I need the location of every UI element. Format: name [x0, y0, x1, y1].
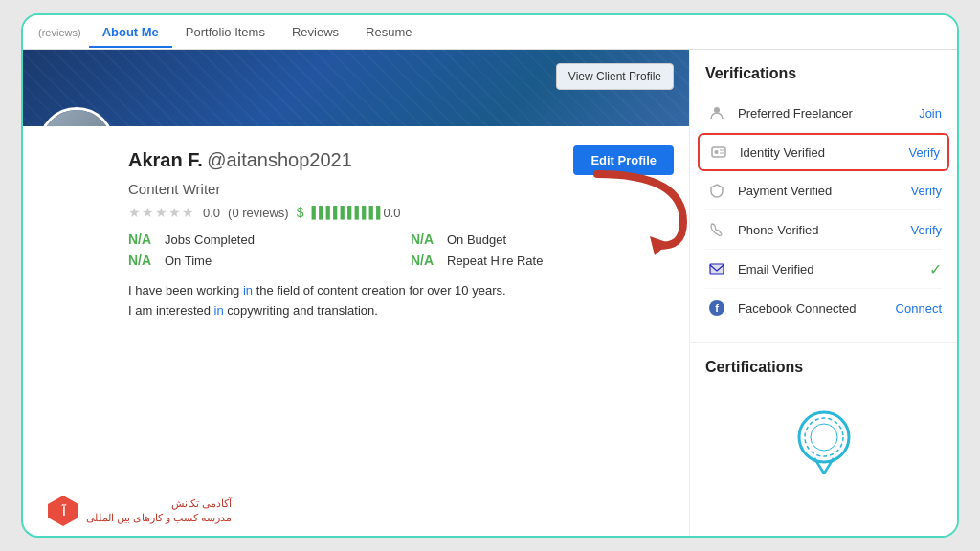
reviews-note: (reviews) [38, 27, 81, 38]
main-frame: (reviews) About Me Portfolio Items Revie… [21, 13, 959, 538]
profile-name-handle: Akran F. @aitanshop2021 [128, 149, 352, 171]
stat-jobs-val: N/A [128, 231, 157, 247]
stat-time-label: On Time [165, 253, 212, 268]
verif-identity: Identity Verified Verify [698, 133, 949, 171]
profile-handle: @aitanshop2021 [207, 149, 352, 170]
certifications-section: Certifications [690, 343, 957, 518]
shield-icon [705, 179, 728, 202]
stat-time-val: N/A [128, 253, 157, 268]
preferred-freelancer-join-link[interactable]: Join [919, 106, 942, 121]
stats-grid: N/A Jobs Completed N/A On Budget N/A On … [128, 231, 674, 268]
profile-name-row: Akran F. @aitanshop2021 Edit Profile [128, 145, 674, 175]
verif-email: Email Verified ✓ [705, 250, 942, 289]
facebook-label: Facebook Connected [738, 301, 896, 316]
svg-point-3 [714, 107, 720, 113]
phone-verify-link[interactable]: Verify [910, 223, 942, 237]
stat-repeat-hire: N/A Repeat Hire Rate [411, 253, 674, 268]
phone-verified-label: Phone Verified [738, 223, 910, 237]
profile-title: Content Writer [128, 181, 674, 197]
envelope-icon [705, 257, 728, 280]
watermark: آ آکادمی تکانش مدرسه کسب و کارهای بین ال… [38, 490, 239, 532]
svg-point-5 [715, 150, 719, 154]
identity-verify-link[interactable]: Verify [908, 145, 940, 160]
tab-portfolio[interactable]: Portfolio Items [172, 17, 278, 47]
stat-jobs-completed: N/A Jobs Completed [128, 231, 391, 247]
svg-point-13 [811, 424, 837, 451]
stat-jobs-label: Jobs Completed [165, 232, 255, 247]
stat-repeat-label: Repeat Hire Rate [447, 253, 543, 268]
id-card-icon [707, 141, 730, 164]
verif-facebook: f Facebook Connected Connect [705, 289, 942, 327]
tab-resume[interactable]: Resume [352, 17, 425, 47]
tab-reviews[interactable]: Reviews [278, 17, 352, 47]
verif-preferred-freelancer: Preferred Freelancer Join [705, 94, 942, 133]
stat-budget-label: On Budget [447, 232, 506, 247]
tab-about-me[interactable]: About Me [89, 17, 172, 47]
stat-budget-val: N/A [411, 231, 439, 247]
stat-on-time: N/A On Time [128, 253, 391, 268]
badge-svg [791, 407, 858, 483]
earnings: $ ▐▐▐▐▐▐▐▐▐▐ 0.0 [297, 205, 401, 220]
earnings-bar: ▐▐▐▐▐▐▐▐▐▐ [307, 206, 379, 219]
main-content: View Client Profile Akran F. @aitanshop2… [23, 50, 957, 538]
phone-icon [705, 218, 728, 241]
stat-on-budget: N/A On Budget [411, 231, 674, 247]
verifications-title: Verifications [705, 65, 942, 82]
identity-verified-label: Identity Verified [740, 145, 908, 160]
bio-line1: I have been working in the field of cont… [128, 283, 506, 298]
svg-rect-4 [712, 147, 725, 157]
payment-verify-link[interactable]: Verify [910, 184, 942, 198]
stars-row: ★★★★★ 0.0 (0 reviews) $ ▐▐▐▐▐▐▐▐▐▐ 0.0 [128, 205, 674, 220]
cert-badge [705, 387, 942, 502]
svg-text:f: f [715, 302, 719, 314]
reviews-count: (0 reviews) [228, 206, 289, 220]
preferred-freelancer-label: Preferred Freelancer [738, 106, 919, 121]
stat-repeat-val: N/A [411, 253, 439, 268]
earnings-val: 0.0 [383, 206, 400, 220]
facebook-connect-link[interactable]: Connect [896, 301, 942, 316]
email-verified-label: Email Verified [738, 262, 929, 276]
verifications-section: Verifications Preferred Freelancer Join … [690, 50, 957, 343]
email-check-icon: ✓ [929, 260, 942, 278]
svg-point-11 [799, 412, 849, 462]
facebook-icon: f [705, 297, 728, 320]
watermark-line2: مدرسه کسب و کارهای بین المللی [86, 511, 232, 525]
watermark-line1: آکادمی تکانش [86, 496, 232, 511]
watermark-logo: آ [46, 494, 80, 528]
star-icons: ★★★★★ [128, 205, 195, 220]
profile-name: Akran F. [128, 149, 203, 170]
payment-verified-label: Payment Verified [738, 184, 910, 198]
view-client-button[interactable]: View Client Profile [556, 63, 674, 90]
verif-phone: Phone Verified Verify [705, 210, 942, 250]
earnings-icon: $ [297, 205, 304, 220]
rating-value: 0.0 [203, 206, 220, 220]
tabs-bar: (reviews) About Me Portfolio Items Revie… [23, 15, 957, 50]
profile-section: View Client Profile Akran F. @aitanshop2… [23, 50, 689, 538]
bio-line2: I am interested in copywriting and trans… [128, 303, 378, 318]
watermark-text: آکادمی تکانش مدرسه کسب و کارهای بین المل… [86, 496, 232, 526]
svg-rect-8 [710, 264, 724, 274]
profile-card: Akran F. @aitanshop2021 Edit Profile Con… [23, 126, 689, 413]
bio-text: I have been working in the field of cont… [128, 281, 674, 321]
person-icon [705, 101, 728, 124]
right-panel: Verifications Preferred Freelancer Join … [689, 50, 957, 538]
edit-profile-button[interactable]: Edit Profile [573, 145, 674, 175]
certifications-title: Certifications [705, 359, 942, 376]
verif-payment: Payment Verified Verify [705, 171, 942, 210]
